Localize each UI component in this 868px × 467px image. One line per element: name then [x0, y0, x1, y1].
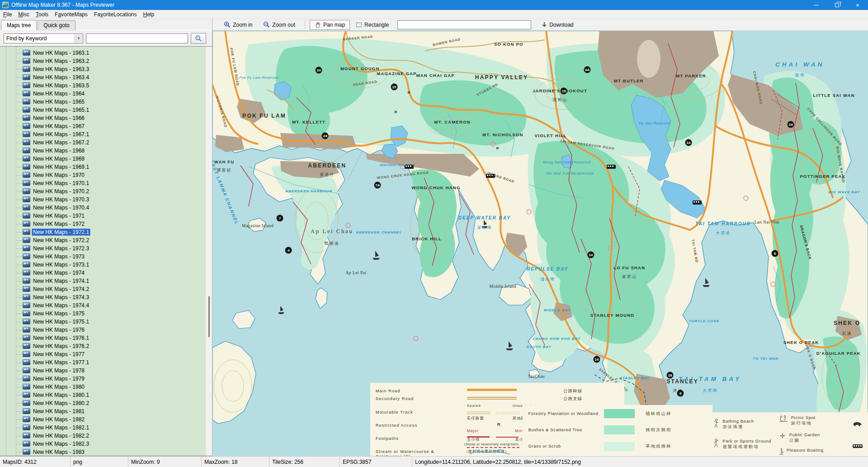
- map-thumbnail-icon: [23, 148, 30, 153]
- tree-item[interactable]: New HK Maps - 1974.1: [0, 277, 205, 285]
- tree-item[interactable]: New HK Maps - 1970: [0, 171, 205, 179]
- tree-item[interactable]: New HK Maps - 1981: [0, 407, 205, 415]
- tree-item[interactable]: New HK Maps - 1970.1: [0, 179, 205, 187]
- menu-tools[interactable]: Tools: [33, 10, 52, 19]
- tree-item[interactable]: New HK Maps - 1977.1: [0, 358, 205, 367]
- tree-item[interactable]: New HK Maps - 1973.1: [0, 261, 205, 269]
- search-input[interactable]: [86, 33, 188, 43]
- tab-quick-goto[interactable]: Quick goto: [38, 20, 75, 30]
- tree-scrollbar[interactable]: [205, 47, 212, 456]
- tree-item[interactable]: New HK Maps - 1982.2: [0, 432, 205, 440]
- vegetation-legend: Forestry Plantation or Woodland 植林或山林 Bu…: [523, 405, 713, 456]
- tree-item[interactable]: New HK Maps - 1965.1: [0, 106, 205, 114]
- tree-item[interactable]: New HK Maps - 1972: [0, 220, 205, 228]
- menu-favoritelocations[interactable]: FavoriteLocations: [91, 10, 140, 19]
- tree-item[interactable]: New HK Maps - 1967.2: [0, 138, 205, 147]
- legend-forestry-label: Forestry Plantation or Woodland: [528, 411, 604, 416]
- chevron-down-icon[interactable]: ▼: [75, 34, 82, 43]
- tree-item[interactable]: New HK Maps - 1965: [0, 98, 205, 106]
- map-canvas[interactable]: MOUNT GOUGHMAGAZINE GAPWAN CHAI GAPSO KO…: [212, 31, 868, 456]
- close-button[interactable]: ×: [847, 0, 868, 10]
- menu-file[interactable]: File: [0, 10, 15, 19]
- legend-motorable-track-label: Motorable Track: [376, 410, 413, 415]
- find-mode-select[interactable]: Find by Keyword ▼: [4, 33, 83, 43]
- legend-restricted-label: Restricted Access: [376, 423, 418, 428]
- tree-item-label: New HK Maps - 1973: [32, 253, 86, 260]
- tree-item[interactable]: New HK Maps - 1982.1: [0, 424, 205, 432]
- menu-help[interactable]: Help: [140, 10, 158, 19]
- tree-item[interactable]: New HK Maps - 1980.1: [0, 391, 205, 399]
- download-button[interactable]: Download: [537, 20, 578, 30]
- tree-item[interactable]: New HK Maps - 1970.4: [0, 204, 205, 212]
- tree-item-label: New HK Maps - 1977: [32, 351, 86, 358]
- restore-button[interactable]: [826, 0, 847, 10]
- search-button[interactable]: [191, 33, 206, 44]
- legend-main-road-label: Main Road: [376, 388, 401, 393]
- tree-item[interactable]: New HK Maps - 1979: [0, 375, 205, 383]
- tree-item[interactable]: New HK Maps - 1982.3: [0, 440, 205, 448]
- tree-item[interactable]: New HK Maps - 1977: [0, 350, 205, 358]
- tree-item[interactable]: New HK Maps - 1974.4: [0, 301, 205, 310]
- tree-item[interactable]: New HK Maps - 1971: [0, 212, 205, 220]
- tree-item-label: New HK Maps - 1972.3: [32, 245, 90, 252]
- legend-grass-swatch: [604, 442, 635, 451]
- map-thumbnail-icon: [23, 123, 30, 129]
- tree-item[interactable]: New HK Maps - 1963.4: [0, 73, 205, 81]
- tree-item[interactable]: New HK Maps - 1964: [0, 90, 205, 98]
- tree-item[interactable]: New HK Maps - 1972.3: [0, 244, 205, 253]
- map-thumbnail-icon: [23, 131, 30, 137]
- tree-item[interactable]: New HK Maps - 1980.2: [0, 399, 205, 407]
- tree-item[interactable]: New HK Maps - 1963.5: [0, 81, 205, 90]
- tree-item[interactable]: New HK Maps - 1967.1: [0, 130, 205, 138]
- legend-main-road-cn: 公路幹線: [563, 388, 582, 394]
- tree-item[interactable]: New HK Maps - 1980: [0, 383, 205, 391]
- tree-item[interactable]: New HK Maps - 1975: [0, 310, 205, 318]
- tree-item[interactable]: New HK Maps - 1972.2: [0, 236, 205, 244]
- menu-favoritemaps[interactable]: FavoriteMaps: [52, 10, 91, 19]
- tree-item[interactable]: New HK Maps - 1963.1: [0, 49, 205, 57]
- tree-item[interactable]: New HK Maps - 1970.3: [0, 195, 205, 204]
- minimize-button[interactable]: [806, 0, 826, 10]
- tree-item-label: New HK Maps - 1967.2: [32, 139, 90, 146]
- menu-misc[interactable]: Misc: [15, 10, 33, 19]
- tree-item[interactable]: New HK Maps - 1974.3: [0, 293, 205, 301]
- tree-item-label: New HK Maps - 1980: [32, 383, 86, 391]
- tree-item[interactable]: New HK Maps - 1976: [0, 326, 205, 334]
- scrollbar-thumb[interactable]: [208, 296, 210, 337]
- map-thumbnail-icon: [23, 205, 30, 210]
- tree-item[interactable]: New HK Maps - 1963.2: [0, 57, 205, 65]
- map-thumbnail-icon: [23, 66, 30, 72]
- tree-item[interactable]: New HK Maps - 1972.1: [0, 228, 205, 236]
- rectangle-button[interactable]: Rectangle: [351, 20, 394, 30]
- tree-item[interactable]: New HK Maps - 1976.1: [0, 334, 205, 342]
- tree-item[interactable]: New HK Maps - 1970.2: [0, 187, 205, 195]
- tree-item[interactable]: New HK Maps - 1974.2: [0, 285, 205, 293]
- tree-item[interactable]: New HK Maps - 1973: [0, 253, 205, 261]
- tree-item-label: New HK Maps - 1963.4: [32, 74, 90, 81]
- tree-item-label: New HK Maps - 1974.1: [32, 277, 90, 285]
- tree-item[interactable]: New HK Maps - 1963.3: [0, 65, 205, 73]
- tree-item[interactable]: New HK Maps - 1976.2: [0, 342, 205, 350]
- tree-item-label: New HK Maps - 1973.1: [32, 261, 90, 268]
- pan-map-button[interactable]: Pan map: [310, 20, 350, 30]
- tree-item[interactable]: New HK Maps - 1975.1: [0, 318, 205, 326]
- tree-item[interactable]: New HK Maps - 1982: [0, 415, 205, 424]
- map-thumbnail-icon: [23, 237, 30, 243]
- tree-item[interactable]: New HK Maps - 1974: [0, 269, 205, 277]
- tree-item[interactable]: New HK Maps - 1967: [0, 122, 205, 130]
- map-thumbnail-icon: [23, 91, 30, 96]
- tree-item[interactable]: New HK Maps - 1969: [0, 155, 205, 163]
- zoom-out-button[interactable]: Zoom out: [258, 19, 300, 30]
- tree-item[interactable]: New HK Maps - 1966: [0, 114, 205, 122]
- tree-item[interactable]: New HK Maps - 1968: [0, 147, 205, 155]
- search-icon: [195, 35, 202, 42]
- tree-item[interactable]: New HK Maps - 1969.1: [0, 163, 205, 171]
- download-range-input[interactable]: [397, 20, 531, 29]
- tab-maps-tree[interactable]: Maps tree: [1, 20, 37, 30]
- tree-item[interactable]: New HK Maps - 1978: [0, 367, 205, 375]
- bather-icon: [713, 419, 719, 429]
- map-thumbnail-icon: [23, 107, 30, 113]
- tree-item[interactable]: New HK Maps - 1983: [0, 448, 205, 456]
- zoom-in-button[interactable]: Zoom in: [219, 19, 257, 30]
- legend-sealed-cn: 石仔路面: [467, 416, 484, 421]
